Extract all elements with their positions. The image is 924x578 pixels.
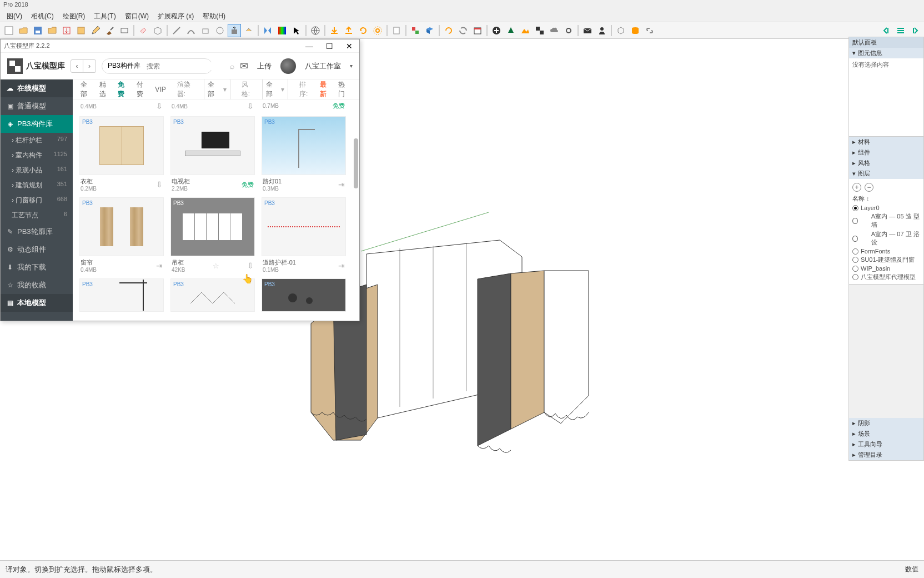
tool-box-icon[interactable] bbox=[151, 24, 164, 37]
sidebar-dynamic[interactable]: ⚙ 动态组件 bbox=[1, 241, 73, 258]
sidebar-pb3-components[interactable]: ◈ PB3构件库 bbox=[1, 115, 73, 133]
model-card[interactable]: PB3 bbox=[170, 278, 255, 312]
radio-icon[interactable] bbox=[852, 236, 858, 242]
tool-shape-icon[interactable] bbox=[199, 24, 212, 37]
default-panel-header[interactable]: 默认面板 bbox=[849, 37, 923, 48]
nav-back-button[interactable]: ‹ bbox=[71, 60, 83, 72]
model-card-roadrail[interactable]: PB3 道路护栏-010.1MB⇥ bbox=[262, 197, 346, 273]
user-avatar[interactable] bbox=[280, 58, 296, 74]
import-icon[interactable]: ⇥ bbox=[156, 261, 163, 270]
tool-tree-icon[interactable] bbox=[504, 24, 518, 37]
import-icon[interactable]: ⇥ bbox=[338, 180, 345, 189]
model-thumbnail[interactable]: PB3 bbox=[170, 278, 255, 312]
model-thumbnail[interactable]: PB3 bbox=[170, 116, 255, 175]
tool-line-icon[interactable] bbox=[170, 24, 183, 37]
model-thumbnail[interactable]: PB3 bbox=[79, 197, 164, 256]
filter-free[interactable]: 免费 bbox=[118, 80, 131, 99]
import-icon[interactable]: ⇥ bbox=[338, 261, 345, 270]
tool-export-icon[interactable] bbox=[74, 24, 88, 37]
tool-circle-icon[interactable] bbox=[213, 24, 227, 37]
tool-globe-icon[interactable] bbox=[309, 24, 322, 37]
remove-layer-button[interactable]: − bbox=[865, 183, 873, 192]
model-card-wallcabinet[interactable]: PB3 吊柜42KB☆⇩ bbox=[170, 197, 255, 273]
tool-upload-icon[interactable] bbox=[342, 24, 355, 37]
tool-next-icon[interactable] bbox=[908, 24, 922, 37]
menu-draw[interactable]: 绘图(R) bbox=[58, 10, 90, 22]
tool-checker-icon[interactable] bbox=[533, 24, 546, 37]
upload-link[interactable]: 上传 bbox=[257, 61, 272, 71]
model-card-wardrobe[interactable]: PB3 衣柜0.2MB⇩ bbox=[79, 116, 164, 192]
tool-save-icon[interactable] bbox=[31, 24, 44, 37]
download-icon[interactable]: ⇩ bbox=[156, 102, 163, 111]
sidebar-downloads[interactable]: ⬇ 我的下载 bbox=[1, 258, 73, 276]
radio-icon[interactable] bbox=[852, 248, 858, 255]
tool-add-icon[interactable] bbox=[490, 24, 503, 37]
tool-download-icon[interactable] bbox=[328, 24, 341, 37]
tool-cloud-icon[interactable] bbox=[548, 24, 561, 37]
sort-icon[interactable]: ↕ bbox=[866, 195, 870, 202]
download-icon[interactable]: ⇩ bbox=[156, 180, 163, 189]
tool-person-icon[interactable] bbox=[595, 24, 609, 37]
tool-clipboard-icon[interactable] bbox=[390, 24, 403, 37]
filter-paid[interactable]: 付费 bbox=[137, 80, 150, 99]
tool-calendar-icon[interactable] bbox=[471, 24, 484, 37]
sidebar-online-header[interactable]: ☁ 在线模型 bbox=[1, 79, 73, 97]
tool-offset-icon[interactable] bbox=[242, 24, 255, 37]
tool-push-icon[interactable] bbox=[228, 24, 241, 37]
model-thumbnail[interactable]: PB3 bbox=[79, 278, 164, 312]
tool-refresh-icon[interactable] bbox=[356, 24, 370, 37]
user-dropdown-icon[interactable]: ▾ bbox=[350, 63, 353, 69]
shadow-header[interactable]: ▸ 阴影 bbox=[849, 418, 923, 428]
radio-icon[interactable] bbox=[852, 218, 858, 224]
tool-db-icon[interactable] bbox=[629, 24, 642, 37]
tool-eraser-icon[interactable] bbox=[137, 24, 150, 37]
tool-rainbow-icon[interactable] bbox=[275, 24, 289, 37]
components-header[interactable]: ▸ 组件 bbox=[849, 147, 923, 158]
tool-pencil-icon[interactable] bbox=[89, 24, 102, 37]
download-icon[interactable]: ⇩ bbox=[247, 102, 254, 111]
search-placeholder-input[interactable] bbox=[147, 62, 230, 70]
styles-header[interactable]: ▸ 风格 bbox=[849, 158, 923, 168]
tool-guide-header[interactable]: ▸ 工具向导 bbox=[849, 439, 923, 450]
filter-vip[interactable]: VIP bbox=[155, 86, 165, 93]
model-thumbnail[interactable]: PB3 bbox=[262, 278, 346, 312]
model-card[interactable]: 0.4MB⇩ bbox=[79, 99, 164, 111]
model-thumbnail[interactable]: PB3 bbox=[262, 197, 346, 256]
radio-icon[interactable] bbox=[852, 257, 858, 263]
sidebar-sub-door[interactable]: › 门窗移门668 bbox=[1, 193, 73, 208]
menu-view[interactable]: 图(V) bbox=[2, 10, 27, 22]
layer-row[interactable]: A室内 — 07 卫 浴 设 bbox=[852, 230, 920, 247]
model-card-streetlight[interactable]: PB3 路灯010.3MB⇥ bbox=[262, 116, 346, 192]
menu-window[interactable]: 窗口(W) bbox=[120, 10, 153, 22]
tool-link-icon[interactable] bbox=[643, 24, 656, 37]
sidebar-sub-railing[interactable]: › 栏杆护栏797 bbox=[1, 133, 73, 148]
tool-rect-icon[interactable] bbox=[118, 24, 131, 37]
tool-import-icon[interactable] bbox=[60, 24, 73, 37]
sidebar-favorites[interactable]: ☆ 我的收藏 bbox=[1, 276, 73, 294]
tool-cube-icon[interactable] bbox=[614, 24, 627, 37]
model-card[interactable]: 0.7MB免费 bbox=[262, 99, 346, 111]
entity-info-header[interactable]: ▾ 图元信息 bbox=[849, 48, 923, 58]
add-layer-button[interactable]: + bbox=[852, 183, 861, 192]
tool-folder-icon[interactable] bbox=[46, 24, 59, 37]
renderer-select[interactable]: 全部 ▾ bbox=[204, 79, 230, 101]
tool-prev-icon[interactable] bbox=[880, 24, 893, 37]
model-card-curtain[interactable]: PB3 窗帘0.4MB⇥ bbox=[79, 197, 164, 273]
model-card[interactable]: PB3 bbox=[262, 278, 346, 312]
model-card[interactable]: PB3 bbox=[79, 278, 164, 312]
sidebar-sub-interior[interactable]: › 室内构件1125 bbox=[1, 148, 73, 163]
search-input[interactable] bbox=[108, 62, 147, 70]
layer-row[interactable]: FormFonts bbox=[852, 247, 920, 255]
layers-header[interactable]: ▾ 图层 bbox=[849, 168, 923, 179]
panel-titlebar[interactable]: 八宝模型库 2.2.2 — ☐ ✕ bbox=[1, 39, 359, 53]
sidebar-normal-model[interactable]: ▣ 普通模型 bbox=[1, 97, 73, 115]
tool-arc-icon[interactable] bbox=[184, 24, 198, 37]
tool-cursor-icon[interactable] bbox=[290, 24, 303, 37]
tool-new-icon[interactable] bbox=[2, 24, 16, 37]
model-thumbnail[interactable]: PB3 bbox=[262, 116, 346, 175]
tool-sync-icon[interactable] bbox=[456, 24, 470, 37]
nav-forward-button[interactable]: › bbox=[83, 60, 96, 72]
scene-header[interactable]: ▸ 场景 bbox=[849, 428, 923, 439]
model-card[interactable]: 0.4MB⇩ bbox=[170, 99, 255, 111]
tool-gear-icon[interactable] bbox=[371, 24, 384, 37]
